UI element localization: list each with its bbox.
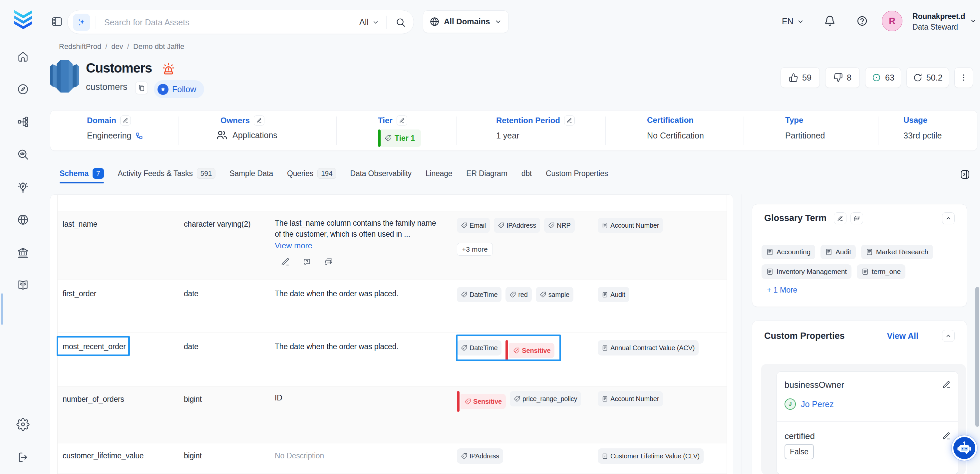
tag-chip[interactable]: Email (457, 218, 490, 233)
upvote-button[interactable]: 59 (781, 67, 820, 88)
search-icon[interactable] (395, 17, 406, 28)
view-all-link[interactable]: View All (887, 331, 918, 341)
glossary-comments-button[interactable] (851, 212, 863, 224)
tag-chip[interactable]: IPAddress (457, 449, 503, 464)
chatbot-button[interactable] (952, 435, 977, 461)
domains-dropdown[interactable]: All Domains (423, 10, 509, 33)
comments-icon[interactable] (324, 257, 333, 267)
avatar[interactable]: R (882, 11, 902, 31)
column-description: The date when the order was placed. (275, 288, 481, 299)
edit-property-button[interactable] (942, 432, 951, 441)
tag-chip[interactable]: DateTime (457, 287, 501, 302)
edit-glossary-button[interactable] (834, 212, 846, 224)
user-menu-chevron[interactable] (970, 17, 977, 25)
downvote-button[interactable]: 8 (825, 67, 860, 88)
certification-value: No Certification (647, 131, 704, 140)
edit-property-button[interactable] (942, 380, 951, 389)
tag-chip[interactable]: sample (536, 287, 573, 302)
request-description-icon[interactable] (302, 257, 312, 267)
property-value-user[interactable]: JJo Perez (784, 398, 834, 410)
ai-sparkle-icon[interactable] (73, 14, 90, 31)
edit-owners-button[interactable] (254, 116, 264, 126)
sidebar-item-logout[interactable] (16, 451, 30, 464)
tab-schema[interactable]: Schema7 (60, 168, 104, 183)
views-button[interactable]: 63 (865, 67, 901, 88)
glossary-term-chip[interactable]: Inventory Management (762, 264, 851, 279)
tag-chip[interactable]: price_range_policy (510, 391, 581, 406)
edit-domain-button[interactable] (120, 116, 131, 126)
breadcrumb-item[interactable]: dev (111, 42, 123, 51)
tag-chip[interactable]: red (506, 287, 531, 302)
tab-er-diagram[interactable]: ER Diagram (466, 169, 507, 183)
domain-value-row[interactable]: Engineering (87, 131, 143, 140)
sidebar-item-glossary[interactable] (16, 278, 30, 291)
glossary-term-chip[interactable]: Audit (821, 245, 856, 259)
copy-name-button[interactable] (135, 81, 148, 94)
sensitive-tag-chip[interactable]: Sensitive (457, 391, 506, 412)
tab-dbt[interactable]: dbt (522, 169, 532, 183)
breadcrumb-item[interactable]: Demo dbt Jaffle (133, 42, 185, 51)
alert-siren-icon[interactable] (161, 62, 174, 75)
sidebar-item-home[interactable] (16, 50, 30, 63)
notifications-button[interactable] (824, 15, 836, 27)
breadcrumb: RedshiftProd/ dev/ Demo dbt Jaffle (59, 42, 185, 51)
glossary-term-chip[interactable]: Accounting (762, 245, 815, 259)
sidebar-item-govern[interactable] (16, 246, 30, 259)
tab-activity-feeds[interactable]: Activity Feeds & Tasks591 (118, 168, 216, 183)
global-search[interactable]: Search for Data Assets All (67, 10, 414, 34)
language-select[interactable]: EN (782, 17, 805, 26)
glossary-more-link[interactable]: + 1 More (767, 286, 797, 294)
glossary-term-chip[interactable]: Market Research (861, 245, 933, 259)
column-name[interactable]: customer_lifetime_value (63, 450, 143, 461)
tab-queries[interactable]: Queries194 (287, 168, 336, 183)
entity-tabs: Schema7 Activity Feeds & Tasks591 Sample… (60, 168, 608, 183)
thumbs-up-icon (789, 73, 798, 82)
search-input[interactable]: Search for Data Assets (104, 17, 189, 27)
sidebar-scrollbar-thumb[interactable] (2, 293, 3, 325)
score-button[interactable]: 50.2 (907, 67, 949, 88)
edit-description-icon[interactable] (281, 257, 290, 267)
column-name[interactable]: last_name (63, 219, 97, 230)
more-actions-button[interactable] (955, 67, 973, 88)
sidebar-item-lineage[interactable] (16, 115, 30, 129)
collapse-panel-icon[interactable] (960, 169, 970, 180)
sidebar-item-observability[interactable] (16, 148, 30, 161)
openmetadata-logo[interactable] (13, 9, 34, 29)
sidebar-item-settings[interactable] (16, 418, 30, 431)
more-tags-chip[interactable]: +3 more (457, 243, 493, 256)
sidebar-item-domains[interactable] (16, 213, 30, 226)
collapse-custom-properties-button[interactable] (942, 330, 955, 342)
tab-data-observability[interactable]: Data Observability (350, 169, 412, 183)
tab-lineage[interactable]: Lineage (426, 169, 452, 183)
follow-button[interactable]: Follow (154, 80, 204, 98)
tag-chip[interactable]: IPAddress (494, 218, 540, 233)
robot-icon (957, 441, 972, 456)
breadcrumb-item[interactable]: RedshiftProd (59, 42, 101, 51)
glossary-chip[interactable]: Account Number (598, 218, 663, 233)
column-name[interactable]: number_of_orders (63, 394, 124, 405)
glossary-chip[interactable]: Annual Contract Value (ACV) (598, 340, 698, 355)
glossary-cell: Account Number (598, 391, 663, 406)
owners-value-row[interactable]: Applications (215, 129, 277, 142)
tab-sample-data[interactable]: Sample Data (229, 169, 273, 183)
user-link[interactable]: Jo Perez (801, 399, 834, 409)
tag-chip[interactable]: NRP (544, 218, 575, 233)
glossary-chip[interactable]: Customer Lifetime Value (CLV) (598, 449, 704, 464)
sidebar-divider (8, 405, 38, 405)
tier-chip[interactable]: Tier 1 (378, 129, 421, 147)
window-scrollbar-thumb[interactable] (975, 287, 979, 427)
search-scope-select[interactable]: All (359, 17, 379, 27)
sidebar-item-insights[interactable] (16, 180, 30, 194)
collapse-glossary-button[interactable] (942, 212, 955, 224)
glossary-chip[interactable]: Account Number (598, 391, 663, 406)
edit-retention-button[interactable] (564, 116, 575, 126)
edit-tier-button[interactable] (396, 116, 407, 126)
sidebar-item-explore[interactable] (16, 83, 30, 96)
help-button[interactable] (856, 15, 868, 27)
view-more-link[interactable]: View more (275, 241, 312, 250)
glossary-term-chip[interactable]: term_one (857, 264, 905, 279)
glossary-chip[interactable]: Audit (598, 287, 629, 302)
tab-custom-properties[interactable]: Custom Properties (546, 169, 608, 183)
sidebar-toggle-button[interactable] (51, 16, 63, 28)
column-name[interactable]: first_order (63, 288, 96, 299)
